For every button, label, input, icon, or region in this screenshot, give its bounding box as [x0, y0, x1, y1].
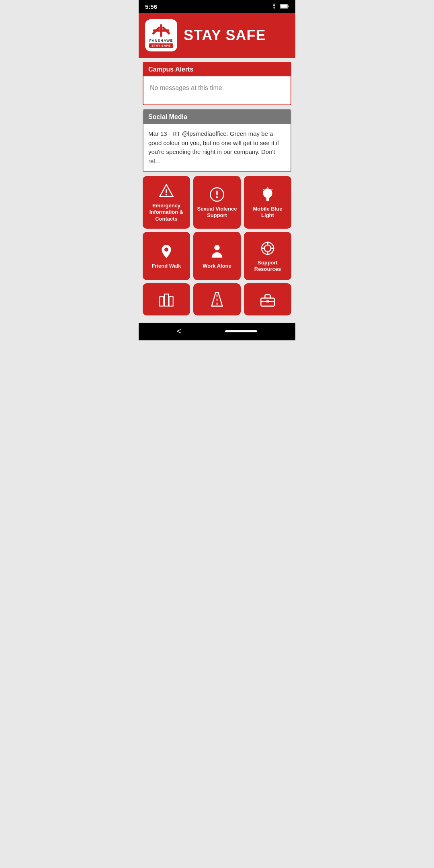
main-content: Campus Alerts No messages at this time. … — [139, 58, 295, 323]
logo: FANSHAWE STAY SAFE — [145, 19, 177, 51]
wifi-icon — [270, 4, 278, 9]
svg-rect-3 — [280, 5, 287, 8]
map-button[interactable] — [143, 283, 190, 315]
road-icon — [209, 291, 225, 307]
road-button[interactable] — [193, 283, 241, 315]
home-pill[interactable] — [225, 330, 257, 332]
map-icon — [158, 291, 174, 307]
svg-rect-26 — [160, 297, 164, 306]
work-alone-label: Work Alone — [203, 263, 231, 269]
friend-walk-label: Friend Walk — [151, 263, 181, 269]
svg-rect-27 — [164, 294, 168, 306]
feature-grid: Emergency Information & Contacts Sexual … — [143, 176, 291, 315]
svg-point-18 — [164, 248, 168, 252]
location-icon — [158, 244, 174, 260]
svg-rect-2 — [288, 6, 289, 8]
emergency-info-button[interactable]: Emergency Information & Contacts — [143, 176, 190, 229]
status-icons — [270, 4, 289, 9]
svg-line-16 — [272, 189, 272, 190]
toolbox-icon — [260, 291, 276, 307]
battery-icon — [280, 4, 289, 9]
social-media-message: Mar 13 - RT @lpsmediaoffice: Green may b… — [143, 124, 291, 171]
campus-alerts-message: No messages at this time. — [143, 76, 291, 104]
friend-walk-button[interactable]: Friend Walk — [143, 232, 190, 280]
social-media-title: Social Media — [143, 110, 291, 124]
warning-icon — [158, 183, 174, 199]
logo-subtitle: STAY SAFE — [149, 43, 173, 48]
person-icon — [209, 244, 225, 260]
logo-brand: FANSHAWE — [149, 39, 173, 43]
lightbulb-icon — [260, 186, 276, 203]
sexual-violence-label: Sexual Violence Support — [197, 206, 237, 219]
header: FANSHAWE STAY SAFE STAY SAFE — [139, 13, 295, 58]
emergency-info-label: Emergency Information & Contacts — [146, 203, 187, 222]
support-resources-button[interactable]: Support Resources — [244, 232, 291, 280]
svg-line-17 — [263, 189, 264, 190]
logo-icon — [152, 23, 170, 38]
mobile-blue-light-button[interactable]: Mobile Blue Light — [244, 176, 291, 229]
svg-rect-12 — [216, 190, 217, 195]
campus-alerts-title: Campus Alerts — [143, 63, 291, 76]
svg-rect-28 — [169, 297, 173, 306]
status-bar: 5:56 — [139, 0, 295, 13]
exclamation-icon — [209, 186, 225, 203]
svg-point-19 — [214, 245, 219, 250]
lifebuoy-icon — [260, 240, 276, 256]
sexual-violence-button[interactable]: Sexual Violence Support — [193, 176, 241, 229]
svg-point-10 — [166, 194, 167, 195]
social-media-section: Social Media Mar 13 - RT @lpsmediaoffice… — [143, 109, 291, 172]
status-time: 5:56 — [145, 3, 157, 10]
svg-point-13 — [216, 196, 218, 198]
work-alone-button[interactable]: Work Alone — [193, 232, 241, 280]
campus-alerts-section: Campus Alerts No messages at this time. — [143, 62, 291, 105]
svg-point-0 — [274, 8, 274, 9]
svg-point-21 — [264, 245, 271, 252]
toolbox-button[interactable] — [244, 283, 291, 315]
app-title: STAY SAFE — [184, 27, 266, 44]
back-button[interactable]: < — [177, 327, 182, 336]
svg-rect-14 — [266, 200, 269, 201]
bottom-nav: < — [139, 323, 295, 340]
support-resources-label: Support Resources — [247, 260, 288, 273]
svg-rect-34 — [266, 300, 269, 302]
mobile-blue-light-label: Mobile Blue Light — [247, 206, 288, 219]
svg-rect-9 — [166, 189, 167, 193]
